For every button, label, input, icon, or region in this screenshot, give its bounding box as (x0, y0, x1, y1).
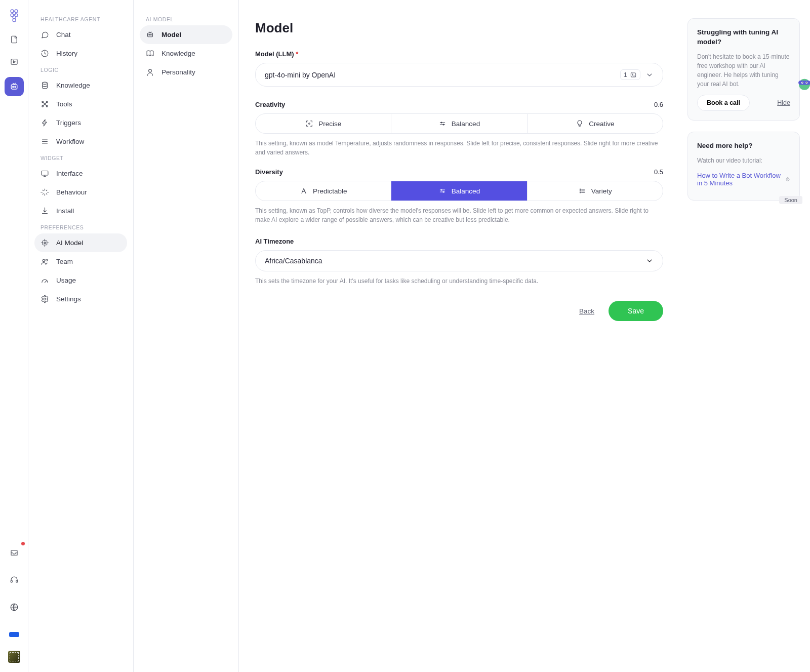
creativity-opt-balanced[interactable]: Balanced (391, 114, 526, 133)
sidebar-item-label: Team (56, 258, 73, 265)
sidebar-item-usage[interactable]: Usage (34, 271, 127, 290)
sidebar-item-interface[interactable]: Interface (34, 164, 127, 183)
chevron-down-icon (645, 71, 654, 79)
sidebar-item-tools[interactable]: Tools (34, 95, 127, 113)
diversity-opt-balanced[interactable]: Balanced (391, 181, 526, 201)
rail-plan-indicator[interactable] (5, 625, 23, 644)
svg-point-29 (149, 34, 150, 35)
history-icon (40, 49, 49, 58)
app-logo[interactable] (7, 7, 22, 22)
svg-rect-8 (11, 85, 17, 89)
subsidebar-item-personality[interactable]: Personality (140, 63, 232, 82)
user-icon (146, 68, 154, 76)
svg-point-9 (12, 86, 13, 87)
sidebar-item-label: Install (56, 207, 74, 215)
diversity-opt-variety[interactable]: Variety (527, 181, 663, 201)
gear-icon (40, 295, 49, 303)
book-call-button[interactable]: Book a call (697, 95, 750, 111)
sidebar-item-label: Workflow (56, 138, 84, 145)
sliders-icon (438, 120, 447, 128)
timezone-help: This sets the timezone for your AI. It's… (255, 276, 663, 286)
svg-point-34 (309, 123, 310, 125)
rail-support-icon[interactable] (5, 571, 23, 589)
sidebar-item-label: Chat (56, 31, 71, 38)
subsidebar-item-knowledge[interactable]: Knowledge (140, 44, 232, 63)
svg-rect-24 (44, 242, 46, 244)
svg-rect-22 (42, 171, 48, 176)
svg-point-33 (632, 73, 633, 74)
sidebar-item-knowledge[interactable]: Knowledge (34, 76, 127, 95)
sidebar-item-label: Interface (56, 170, 83, 177)
card-tuning-help: Struggling with tuning AI model? Don't h… (687, 18, 800, 121)
sidebar-section-widget: WIDGET (34, 151, 127, 164)
rail-bot-icon[interactable] (5, 77, 24, 96)
sidebar-item-behaviour[interactable]: Behaviour (34, 183, 127, 202)
svg-point-10 (14, 86, 15, 87)
svg-rect-11 (11, 580, 12, 583)
model-select[interactable]: gpt-4o-mini by OpenAI 1 (255, 63, 663, 87)
subsidebar-item-model[interactable]: Model (140, 25, 232, 44)
sidebar-item-triggers[interactable]: Triggers (34, 113, 127, 132)
sidebar-item-team[interactable]: Team (34, 252, 127, 271)
svg-point-54 (806, 82, 807, 83)
soon-badge: Soon (779, 196, 802, 204)
rail-video-icon[interactable] (5, 53, 23, 71)
creativity-segmented: Precise Balanced Creative (255, 113, 663, 134)
hide-card-link[interactable]: Hide (777, 99, 790, 106)
app-rail (0, 0, 28, 672)
card-title: Struggling with tuning AI model? (697, 28, 790, 47)
main-content: Model Model (LLM) * gpt-4o-mini by OpenA… (239, 0, 683, 672)
image-icon (630, 71, 637, 78)
right-panel: Struggling with tuning AI model? Don't h… (683, 0, 810, 672)
sidebar-item-chat[interactable]: Chat (34, 25, 127, 44)
chevron-down-icon (645, 257, 654, 265)
creativity-value: 0.6 (654, 101, 663, 108)
svg-rect-23 (43, 241, 47, 245)
creativity-opt-precise[interactable]: Precise (256, 114, 391, 133)
card-body: Don't hesitate to book a 15-minute free … (697, 52, 790, 89)
sidebar-item-history[interactable]: History (34, 44, 127, 63)
field-label-model: Model (LLM) * (255, 50, 663, 58)
svg-rect-7 (11, 59, 17, 65)
bolt-icon (40, 118, 49, 127)
sidebar-item-label: Triggers (56, 119, 81, 127)
svg-point-26 (46, 259, 48, 261)
svg-point-44 (580, 190, 580, 191)
rail-globe-icon[interactable] (5, 598, 23, 616)
sidebar: HEALTHCARE AGENT Chat History LOGIC Know… (28, 0, 134, 672)
rail-page-icon[interactable] (5, 30, 23, 49)
diversity-value: 0.5 (654, 168, 663, 176)
sidebar-item-label: Tools (56, 100, 72, 108)
svg-point-31 (149, 69, 152, 72)
sidebar-item-label: Usage (56, 276, 76, 284)
diversity-segmented: Predictable Balanced Variety (255, 181, 663, 201)
subsidebar-item-label: Knowledge (161, 50, 195, 57)
tools-icon (40, 100, 49, 108)
tutorial-link[interactable]: How to Write a Bot Workflow in 5 Minutes (697, 172, 790, 187)
users-icon (40, 257, 49, 266)
timezone-select[interactable]: Africa/Casablanca (255, 250, 663, 271)
sidebar-item-label: AI Model (56, 239, 83, 247)
monitor-icon (40, 169, 49, 178)
timezone-select-value: Africa/Casablanca (265, 257, 322, 265)
cpu-icon (40, 239, 49, 247)
model-image-count-chip: 1 (620, 69, 640, 80)
subsidebar-item-label: Model (161, 31, 181, 38)
save-button[interactable]: Save (609, 301, 663, 321)
letter-a-icon (300, 187, 308, 195)
rail-inbox-icon[interactable] (5, 543, 23, 562)
svg-point-45 (580, 192, 580, 193)
rail-avatar[interactable] (8, 651, 20, 663)
diversity-opt-predictable[interactable]: Predictable (256, 181, 391, 201)
sidebar-item-workflow[interactable]: Workflow (34, 132, 127, 151)
svg-rect-28 (148, 33, 153, 37)
sidebar-item-label: Behaviour (56, 188, 87, 196)
download-icon (40, 207, 49, 215)
sidebar-item-ai-model[interactable]: AI Model (34, 233, 127, 252)
sidebar-section-healthcare: HEALTHCARE AGENT (34, 12, 127, 25)
back-button[interactable]: Back (579, 307, 594, 315)
creativity-opt-creative[interactable]: Creative (527, 114, 663, 133)
sidebar-item-settings[interactable]: Settings (34, 290, 127, 308)
svg-point-6 (13, 19, 16, 22)
sidebar-item-install[interactable]: Install (34, 202, 127, 220)
